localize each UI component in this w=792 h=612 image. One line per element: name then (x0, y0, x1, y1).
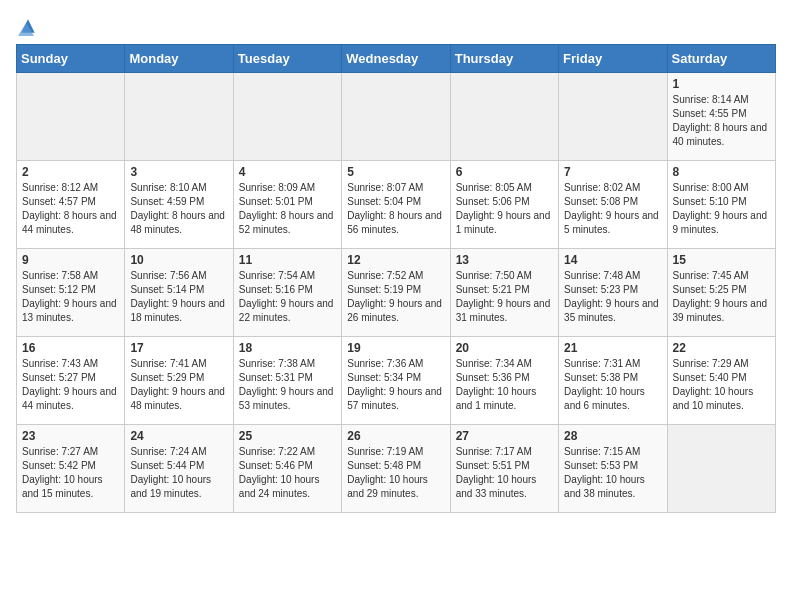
calendar-cell: 1Sunrise: 8:14 AM Sunset: 4:55 PM Daylig… (667, 73, 775, 161)
weekday-header-thursday: Thursday (450, 45, 558, 73)
day-number: 27 (456, 429, 553, 443)
day-info: Sunrise: 7:45 AM Sunset: 5:25 PM Dayligh… (673, 269, 770, 325)
day-info: Sunrise: 7:24 AM Sunset: 5:44 PM Dayligh… (130, 445, 227, 501)
day-info: Sunrise: 8:05 AM Sunset: 5:06 PM Dayligh… (456, 181, 553, 237)
weekday-header-monday: Monday (125, 45, 233, 73)
calendar-cell: 22Sunrise: 7:29 AM Sunset: 5:40 PM Dayli… (667, 337, 775, 425)
calendar-cell: 19Sunrise: 7:36 AM Sunset: 5:34 PM Dayli… (342, 337, 450, 425)
weekday-header-saturday: Saturday (667, 45, 775, 73)
calendar-table: SundayMondayTuesdayWednesdayThursdayFrid… (16, 44, 776, 513)
day-number: 26 (347, 429, 444, 443)
day-info: Sunrise: 7:29 AM Sunset: 5:40 PM Dayligh… (673, 357, 770, 413)
calendar-cell: 17Sunrise: 7:41 AM Sunset: 5:29 PM Dayli… (125, 337, 233, 425)
day-number: 28 (564, 429, 661, 443)
calendar-cell: 28Sunrise: 7:15 AM Sunset: 5:53 PM Dayli… (559, 425, 667, 513)
calendar-cell: 25Sunrise: 7:22 AM Sunset: 5:46 PM Dayli… (233, 425, 341, 513)
calendar-cell: 3Sunrise: 8:10 AM Sunset: 4:59 PM Daylig… (125, 161, 233, 249)
day-number: 2 (22, 165, 119, 179)
day-number: 18 (239, 341, 336, 355)
day-number: 25 (239, 429, 336, 443)
weekday-header-wednesday: Wednesday (342, 45, 450, 73)
day-info: Sunrise: 7:48 AM Sunset: 5:23 PM Dayligh… (564, 269, 661, 325)
calendar-cell: 24Sunrise: 7:24 AM Sunset: 5:44 PM Dayli… (125, 425, 233, 513)
day-number: 1 (673, 77, 770, 91)
day-info: Sunrise: 7:17 AM Sunset: 5:51 PM Dayligh… (456, 445, 553, 501)
calendar-cell (233, 73, 341, 161)
day-number: 24 (130, 429, 227, 443)
day-info: Sunrise: 7:36 AM Sunset: 5:34 PM Dayligh… (347, 357, 444, 413)
day-info: Sunrise: 8:02 AM Sunset: 5:08 PM Dayligh… (564, 181, 661, 237)
day-number: 7 (564, 165, 661, 179)
calendar-cell: 13Sunrise: 7:50 AM Sunset: 5:21 PM Dayli… (450, 249, 558, 337)
day-number: 4 (239, 165, 336, 179)
day-info: Sunrise: 7:31 AM Sunset: 5:38 PM Dayligh… (564, 357, 661, 413)
day-number: 10 (130, 253, 227, 267)
day-number: 6 (456, 165, 553, 179)
day-number: 19 (347, 341, 444, 355)
day-number: 23 (22, 429, 119, 443)
day-number: 21 (564, 341, 661, 355)
day-number: 22 (673, 341, 770, 355)
day-info: Sunrise: 7:15 AM Sunset: 5:53 PM Dayligh… (564, 445, 661, 501)
calendar-cell: 5Sunrise: 8:07 AM Sunset: 5:04 PM Daylig… (342, 161, 450, 249)
day-number: 3 (130, 165, 227, 179)
day-number: 8 (673, 165, 770, 179)
day-number: 9 (22, 253, 119, 267)
calendar-cell: 6Sunrise: 8:05 AM Sunset: 5:06 PM Daylig… (450, 161, 558, 249)
calendar-cell: 8Sunrise: 8:00 AM Sunset: 5:10 PM Daylig… (667, 161, 775, 249)
day-info: Sunrise: 8:07 AM Sunset: 5:04 PM Dayligh… (347, 181, 444, 237)
calendar-cell: 11Sunrise: 7:54 AM Sunset: 5:16 PM Dayli… (233, 249, 341, 337)
calendar-cell: 12Sunrise: 7:52 AM Sunset: 5:19 PM Dayli… (342, 249, 450, 337)
day-info: Sunrise: 7:38 AM Sunset: 5:31 PM Dayligh… (239, 357, 336, 413)
calendar-cell: 18Sunrise: 7:38 AM Sunset: 5:31 PM Dayli… (233, 337, 341, 425)
calendar-cell: 26Sunrise: 7:19 AM Sunset: 5:48 PM Dayli… (342, 425, 450, 513)
page-header (16, 16, 776, 36)
day-number: 17 (130, 341, 227, 355)
day-number: 14 (564, 253, 661, 267)
calendar-cell (342, 73, 450, 161)
day-info: Sunrise: 7:27 AM Sunset: 5:42 PM Dayligh… (22, 445, 119, 501)
logo-icon (18, 16, 38, 36)
day-info: Sunrise: 7:52 AM Sunset: 5:19 PM Dayligh… (347, 269, 444, 325)
day-number: 20 (456, 341, 553, 355)
weekday-header-friday: Friday (559, 45, 667, 73)
calendar-cell: 7Sunrise: 8:02 AM Sunset: 5:08 PM Daylig… (559, 161, 667, 249)
calendar-cell (559, 73, 667, 161)
day-info: Sunrise: 7:56 AM Sunset: 5:14 PM Dayligh… (130, 269, 227, 325)
calendar-cell: 15Sunrise: 7:45 AM Sunset: 5:25 PM Dayli… (667, 249, 775, 337)
day-number: 12 (347, 253, 444, 267)
day-number: 5 (347, 165, 444, 179)
calendar-cell (450, 73, 558, 161)
calendar-cell: 9Sunrise: 7:58 AM Sunset: 5:12 PM Daylig… (17, 249, 125, 337)
calendar-cell: 27Sunrise: 7:17 AM Sunset: 5:51 PM Dayli… (450, 425, 558, 513)
weekday-header-sunday: Sunday (17, 45, 125, 73)
day-info: Sunrise: 7:41 AM Sunset: 5:29 PM Dayligh… (130, 357, 227, 413)
day-number: 16 (22, 341, 119, 355)
day-info: Sunrise: 7:19 AM Sunset: 5:48 PM Dayligh… (347, 445, 444, 501)
day-info: Sunrise: 7:22 AM Sunset: 5:46 PM Dayligh… (239, 445, 336, 501)
calendar-cell: 20Sunrise: 7:34 AM Sunset: 5:36 PM Dayli… (450, 337, 558, 425)
weekday-header-tuesday: Tuesday (233, 45, 341, 73)
week-row-5: 23Sunrise: 7:27 AM Sunset: 5:42 PM Dayli… (17, 425, 776, 513)
day-info: Sunrise: 8:12 AM Sunset: 4:57 PM Dayligh… (22, 181, 119, 237)
week-row-1: 1Sunrise: 8:14 AM Sunset: 4:55 PM Daylig… (17, 73, 776, 161)
calendar-cell: 14Sunrise: 7:48 AM Sunset: 5:23 PM Dayli… (559, 249, 667, 337)
calendar-cell: 16Sunrise: 7:43 AM Sunset: 5:27 PM Dayli… (17, 337, 125, 425)
calendar-cell (667, 425, 775, 513)
calendar-cell (125, 73, 233, 161)
calendar-cell: 4Sunrise: 8:09 AM Sunset: 5:01 PM Daylig… (233, 161, 341, 249)
day-info: Sunrise: 8:00 AM Sunset: 5:10 PM Dayligh… (673, 181, 770, 237)
day-info: Sunrise: 8:09 AM Sunset: 5:01 PM Dayligh… (239, 181, 336, 237)
week-row-3: 9Sunrise: 7:58 AM Sunset: 5:12 PM Daylig… (17, 249, 776, 337)
day-number: 15 (673, 253, 770, 267)
day-info: Sunrise: 7:58 AM Sunset: 5:12 PM Dayligh… (22, 269, 119, 325)
calendar-cell: 23Sunrise: 7:27 AM Sunset: 5:42 PM Dayli… (17, 425, 125, 513)
week-row-2: 2Sunrise: 8:12 AM Sunset: 4:57 PM Daylig… (17, 161, 776, 249)
day-info: Sunrise: 8:14 AM Sunset: 4:55 PM Dayligh… (673, 93, 770, 149)
day-info: Sunrise: 7:50 AM Sunset: 5:21 PM Dayligh… (456, 269, 553, 325)
day-number: 11 (239, 253, 336, 267)
calendar-cell: 2Sunrise: 8:12 AM Sunset: 4:57 PM Daylig… (17, 161, 125, 249)
day-info: Sunrise: 7:43 AM Sunset: 5:27 PM Dayligh… (22, 357, 119, 413)
day-info: Sunrise: 8:10 AM Sunset: 4:59 PM Dayligh… (130, 181, 227, 237)
weekday-header-row: SundayMondayTuesdayWednesdayThursdayFrid… (17, 45, 776, 73)
